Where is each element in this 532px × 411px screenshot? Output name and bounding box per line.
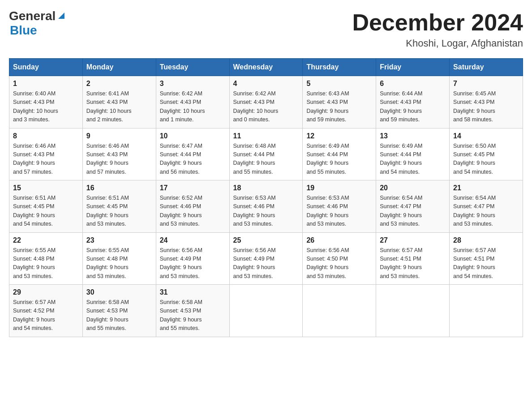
day-number: 30 xyxy=(86,288,152,296)
day-info: Sunrise: 6:55 AMSunset: 4:48 PMDaylight:… xyxy=(86,246,152,281)
day-number: 5 xyxy=(306,80,372,88)
day-info: Sunrise: 6:41 AMSunset: 4:43 PMDaylight:… xyxy=(86,90,152,124)
day-number: 12 xyxy=(306,132,372,140)
day-number: 14 xyxy=(453,132,519,140)
svg-marker-0 xyxy=(58,13,64,19)
table-row: 2Sunrise: 6:41 AMSunset: 4:43 PMDaylight… xyxy=(82,76,156,128)
col-sunday: Sunday xyxy=(9,59,83,76)
table-row: 28Sunrise: 6:57 AMSunset: 4:51 PMDayligh… xyxy=(450,232,523,285)
logo-triangle-icon xyxy=(56,11,66,21)
table-row: 21Sunrise: 6:54 AMSunset: 4:47 PMDayligh… xyxy=(450,180,523,233)
day-number: 20 xyxy=(380,184,446,192)
table-row: 3Sunrise: 6:42 AMSunset: 4:43 PMDaylight… xyxy=(156,76,229,128)
day-info: Sunrise: 6:56 AMSunset: 4:50 PMDaylight:… xyxy=(306,246,372,281)
day-info: Sunrise: 6:57 AMSunset: 4:51 PMDaylight:… xyxy=(380,246,446,281)
table-row: 15Sunrise: 6:51 AMSunset: 4:45 PMDayligh… xyxy=(9,180,83,233)
table-row xyxy=(229,285,303,337)
day-number: 31 xyxy=(160,288,226,296)
day-info: Sunrise: 6:58 AMSunset: 4:53 PMDaylight:… xyxy=(160,298,226,333)
title-block: December 2024 Khoshi, Logar, Afghanistan xyxy=(352,9,523,49)
day-info: Sunrise: 6:53 AMSunset: 4:46 PMDaylight:… xyxy=(306,194,372,229)
table-row: 23Sunrise: 6:55 AMSunset: 4:48 PMDayligh… xyxy=(82,232,156,285)
page-header: General Blue December 2024 Khoshi, Logar… xyxy=(9,9,523,49)
day-info: Sunrise: 6:48 AMSunset: 4:44 PMDaylight:… xyxy=(233,142,299,177)
day-number: 13 xyxy=(380,132,446,140)
calendar-week-row: 1Sunrise: 6:40 AMSunset: 4:43 PMDaylight… xyxy=(9,76,523,128)
table-row: 22Sunrise: 6:55 AMSunset: 4:48 PMDayligh… xyxy=(9,232,83,285)
calendar-week-row: 8Sunrise: 6:46 AMSunset: 4:43 PMDaylight… xyxy=(9,128,523,180)
table-row: 10Sunrise: 6:47 AMSunset: 4:44 PMDayligh… xyxy=(156,128,229,180)
table-row: 14Sunrise: 6:50 AMSunset: 4:45 PMDayligh… xyxy=(450,128,523,180)
table-row: 16Sunrise: 6:51 AMSunset: 4:45 PMDayligh… xyxy=(82,180,156,233)
table-row: 17Sunrise: 6:52 AMSunset: 4:46 PMDayligh… xyxy=(156,180,229,233)
day-info: Sunrise: 6:52 AMSunset: 4:46 PMDaylight:… xyxy=(160,194,226,229)
table-row: 25Sunrise: 6:56 AMSunset: 4:49 PMDayligh… xyxy=(229,232,303,285)
table-row: 13Sunrise: 6:49 AMSunset: 4:44 PMDayligh… xyxy=(376,128,450,180)
day-number: 1 xyxy=(13,80,79,88)
table-row: 31Sunrise: 6:58 AMSunset: 4:53 PMDayligh… xyxy=(156,285,229,337)
table-row: 1Sunrise: 6:40 AMSunset: 4:43 PMDaylight… xyxy=(9,76,83,128)
table-row: 29Sunrise: 6:57 AMSunset: 4:52 PMDayligh… xyxy=(9,285,83,337)
col-saturday: Saturday xyxy=(450,59,523,76)
table-row: 30Sunrise: 6:58 AMSunset: 4:53 PMDayligh… xyxy=(82,285,156,337)
day-number: 26 xyxy=(306,236,372,244)
table-row: 7Sunrise: 6:45 AMSunset: 4:43 PMDaylight… xyxy=(450,76,523,128)
day-number: 17 xyxy=(160,184,226,192)
day-number: 28 xyxy=(453,236,519,244)
day-number: 19 xyxy=(306,184,372,192)
calendar-table: Sunday Monday Tuesday Wednesday Thursday… xyxy=(9,58,523,337)
logo-general: General xyxy=(9,9,56,23)
day-info: Sunrise: 6:57 AMSunset: 4:52 PMDaylight:… xyxy=(13,298,79,333)
day-info: Sunrise: 6:47 AMSunset: 4:44 PMDaylight:… xyxy=(160,142,226,177)
col-monday: Monday xyxy=(82,59,156,76)
col-tuesday: Tuesday xyxy=(156,59,229,76)
table-row: 19Sunrise: 6:53 AMSunset: 4:46 PMDayligh… xyxy=(303,180,376,233)
day-number: 23 xyxy=(86,236,152,244)
day-info: Sunrise: 6:51 AMSunset: 4:45 PMDaylight:… xyxy=(86,194,152,229)
day-info: Sunrise: 6:44 AMSunset: 4:43 PMDaylight:… xyxy=(380,90,446,124)
calendar-week-row: 29Sunrise: 6:57 AMSunset: 4:52 PMDayligh… xyxy=(9,285,523,337)
day-number: 4 xyxy=(233,80,299,88)
day-info: Sunrise: 6:53 AMSunset: 4:46 PMDaylight:… xyxy=(233,194,299,229)
table-row: 4Sunrise: 6:42 AMSunset: 4:43 PMDaylight… xyxy=(229,76,303,128)
location-title: Khoshi, Logar, Afghanistan xyxy=(352,38,523,49)
calendar-week-row: 15Sunrise: 6:51 AMSunset: 4:45 PMDayligh… xyxy=(9,180,523,233)
day-info: Sunrise: 6:58 AMSunset: 4:53 PMDaylight:… xyxy=(86,298,152,333)
table-row: 5Sunrise: 6:43 AMSunset: 4:43 PMDaylight… xyxy=(303,76,376,128)
month-title: December 2024 xyxy=(352,9,523,36)
day-info: Sunrise: 6:42 AMSunset: 4:43 PMDaylight:… xyxy=(160,90,226,124)
day-number: 9 xyxy=(86,132,152,140)
day-info: Sunrise: 6:40 AMSunset: 4:43 PMDaylight:… xyxy=(13,90,79,124)
day-number: 7 xyxy=(453,80,519,88)
day-info: Sunrise: 6:49 AMSunset: 4:44 PMDaylight:… xyxy=(306,142,372,177)
day-number: 24 xyxy=(160,236,226,244)
day-info: Sunrise: 6:46 AMSunset: 4:43 PMDaylight:… xyxy=(13,142,79,177)
day-number: 18 xyxy=(233,184,299,192)
day-number: 16 xyxy=(86,184,152,192)
col-thursday: Thursday xyxy=(303,59,376,76)
day-number: 29 xyxy=(13,288,79,296)
col-wednesday: Wednesday xyxy=(229,59,303,76)
calendar-header-row: Sunday Monday Tuesday Wednesday Thursday… xyxy=(9,59,523,76)
table-row: 11Sunrise: 6:48 AMSunset: 4:44 PMDayligh… xyxy=(229,128,303,180)
table-row xyxy=(376,285,450,337)
day-number: 2 xyxy=(86,80,152,88)
day-info: Sunrise: 6:54 AMSunset: 4:47 PMDaylight:… xyxy=(380,194,446,229)
col-friday: Friday xyxy=(376,59,450,76)
day-info: Sunrise: 6:56 AMSunset: 4:49 PMDaylight:… xyxy=(160,246,226,281)
day-info: Sunrise: 6:43 AMSunset: 4:43 PMDaylight:… xyxy=(306,90,372,124)
table-row: 9Sunrise: 6:46 AMSunset: 4:43 PMDaylight… xyxy=(82,128,156,180)
table-row: 8Sunrise: 6:46 AMSunset: 4:43 PMDaylight… xyxy=(9,128,83,180)
day-number: 10 xyxy=(160,132,226,140)
day-number: 21 xyxy=(453,184,519,192)
table-row xyxy=(303,285,376,337)
day-number: 8 xyxy=(13,132,79,140)
day-info: Sunrise: 6:49 AMSunset: 4:44 PMDaylight:… xyxy=(380,142,446,177)
day-info: Sunrise: 6:45 AMSunset: 4:43 PMDaylight:… xyxy=(453,90,519,124)
logo-blue: Blue xyxy=(10,23,37,37)
calendar-week-row: 22Sunrise: 6:55 AMSunset: 4:48 PMDayligh… xyxy=(9,232,523,285)
day-info: Sunrise: 6:55 AMSunset: 4:48 PMDaylight:… xyxy=(13,246,79,281)
table-row: 20Sunrise: 6:54 AMSunset: 4:47 PMDayligh… xyxy=(376,180,450,233)
day-number: 11 xyxy=(233,132,299,140)
table-row: 6Sunrise: 6:44 AMSunset: 4:43 PMDaylight… xyxy=(376,76,450,128)
